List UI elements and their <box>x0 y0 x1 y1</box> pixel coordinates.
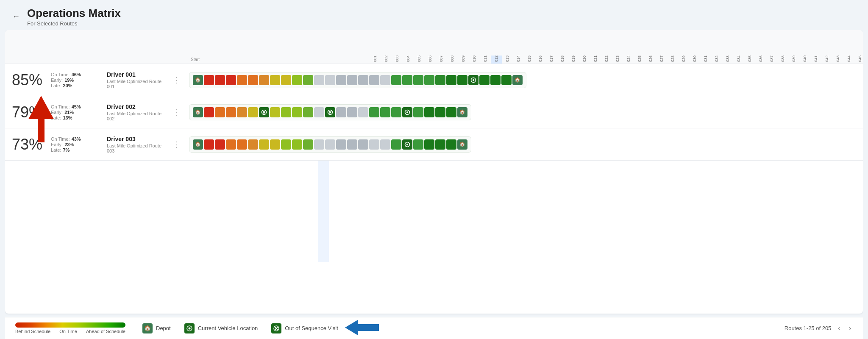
next-page-button[interactable]: › <box>847 323 853 334</box>
outofseq-icon <box>273 325 279 331</box>
more-options-button[interactable]: ⋮ <box>173 108 181 117</box>
col-header-039: 039 <box>788 56 799 64</box>
driver-name: Driver 001 <box>107 71 168 78</box>
stop-cell <box>413 107 423 117</box>
outofseq-label: Out of Sequence Visit <box>285 325 338 331</box>
svg-point-12 <box>406 144 408 145</box>
metric-row: On Time:45% <box>51 104 102 109</box>
route-metrics: On Time:43%Early:23%Late:7% <box>51 136 102 153</box>
stops-area: 🏠🏠 <box>187 136 473 153</box>
col-header-018: 018 <box>557 56 568 64</box>
col-header-044: 044 <box>843 56 854 64</box>
gradient-labels: Behind Schedule On Time Ahead of Schedul… <box>15 329 125 334</box>
col-header-038: 038 <box>777 56 788 64</box>
red-arrow-indicator <box>28 96 54 144</box>
stop-cell <box>402 75 412 85</box>
stop-cell <box>292 75 302 85</box>
stop-cell <box>259 139 269 150</box>
depot-icon-box: 🏠 <box>142 323 153 333</box>
stop-cell: 🏠 <box>193 139 203 150</box>
back-button[interactable]: ← <box>10 11 22 23</box>
current-vehicle-label: Current Vehicle Location <box>198 325 258 331</box>
more-options-button[interactable]: ⋮ <box>173 140 181 149</box>
stop-cell: 🏠 <box>193 75 203 85</box>
route-name: Last Mile Optimized Route 002 <box>107 111 168 121</box>
col-header-008: 008 <box>447 56 458 64</box>
col-header-042: 042 <box>821 56 832 64</box>
driver-info: Driver 001Last Mile Optimized Route 001 <box>107 71 168 89</box>
current-vehicle-icon <box>186 325 192 331</box>
behind-label: Behind Schedule <box>15 329 50 334</box>
stop-cell <box>314 107 324 117</box>
stop-cell <box>226 107 236 117</box>
col-header-040: 040 <box>799 56 810 64</box>
stop-cell <box>303 107 313 117</box>
stops-area: 🏠🏠 <box>187 72 528 88</box>
more-options-button[interactable]: ⋮ <box>173 75 181 85</box>
stop-cell <box>259 107 269 117</box>
col-header-015: 015 <box>524 56 535 64</box>
stop-cell <box>259 75 269 85</box>
stop-cell <box>336 75 346 85</box>
stop-cell <box>347 75 357 85</box>
footer-legend: Behind Schedule On Time Ahead of Schedul… <box>5 317 863 339</box>
stop-cell <box>369 75 379 85</box>
route-name: Last Mile Optimized Route 001 <box>107 79 168 89</box>
col-header-003: 003 <box>392 56 403 64</box>
col-header-023: 023 <box>612 56 623 64</box>
stop-cell <box>270 75 280 85</box>
driver-name: Driver 003 <box>107 136 168 142</box>
stop-cell <box>281 139 291 150</box>
col-header-024: 024 <box>623 56 634 64</box>
col-header-026: 026 <box>645 56 656 64</box>
stop-cell <box>391 107 401 117</box>
col-header-010: 010 <box>469 56 480 64</box>
stop-cell <box>215 107 225 117</box>
pagination-label: Routes 1-25 of 205 <box>785 325 832 331</box>
col-header-016: 016 <box>535 56 546 64</box>
metric-row: Early:23% <box>51 142 102 147</box>
metric-row: Late:13% <box>51 115 102 120</box>
route-metrics: On Time:45%Early:21%Late:13% <box>51 104 102 120</box>
matrix-scroll[interactable]: Start 0010020030040050060070080090100110… <box>5 30 863 314</box>
col-header-033: 033 <box>722 56 733 64</box>
stop-cell <box>336 139 346 150</box>
col-header-001: 001 <box>370 56 381 64</box>
stop-cell <box>402 107 412 117</box>
route-row: 73%On Time:43%Early:23%Late:7%Driver 003… <box>5 128 863 161</box>
stop-cell <box>303 139 313 150</box>
depot-legend-item: 🏠 Depot <box>142 323 171 333</box>
matrix-table: Start 0010020030040050060070080090100110… <box>5 30 863 262</box>
stop-cell <box>226 139 236 150</box>
col-header-045: 045 <box>854 56 863 64</box>
col-header-027: 027 <box>656 56 667 64</box>
outofseq-icon-box <box>271 323 281 333</box>
col-header-025: 025 <box>634 56 645 64</box>
col-header-029: 029 <box>678 56 689 64</box>
metric-row: Late:20% <box>51 83 102 88</box>
prev-page-button[interactable]: ‹ <box>836 323 842 334</box>
stop-cell <box>237 107 247 117</box>
stop-cell <box>325 139 335 150</box>
stop-cell <box>204 107 214 117</box>
route-score: 85% <box>12 71 46 89</box>
blue-arrow-indicator <box>345 320 379 336</box>
stop-cell <box>281 75 291 85</box>
route-info: 85%On Time:46%Early:19%Late:20%Driver 00… <box>5 66 187 94</box>
stop-cell <box>457 75 467 85</box>
stop-cell <box>325 107 335 117</box>
col-header-006: 006 <box>425 56 436 64</box>
stops-card: 🏠🏠 <box>189 72 526 88</box>
col-header-011: 011 <box>480 56 491 64</box>
col-header-013: 013 <box>502 56 513 64</box>
col-header-032: 032 <box>711 56 722 64</box>
stop-cell <box>215 139 225 150</box>
header-text: Operations Matrix For Selected Routes <box>27 7 121 27</box>
stop-cell <box>369 107 379 117</box>
col-header-031: 031 <box>700 56 711 64</box>
pagination: Routes 1-25 of 205 ‹ › <box>785 323 853 334</box>
stop-cell <box>435 139 445 150</box>
metric-row: Late:7% <box>51 147 102 153</box>
route-rows: 85%On Time:46%Early:19%Late:20%Driver 00… <box>5 64 863 161</box>
metric-row: On Time:46% <box>51 72 102 77</box>
